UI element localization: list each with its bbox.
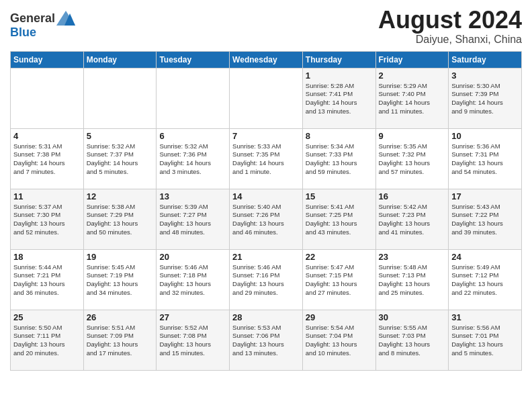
calendar-cell: 26Sunrise: 5:51 AM Sunset: 7:09 PM Dayli… (83, 310, 157, 370)
day-number: 6 (159, 131, 226, 141)
calendar-cell: 7Sunrise: 5:33 AM Sunset: 7:35 PM Daylig… (230, 128, 303, 189)
calendar-cell (157, 68, 230, 128)
calendar-cell: 13Sunrise: 5:39 AM Sunset: 7:27 PM Dayli… (157, 189, 230, 249)
day-number: 18 (13, 252, 81, 262)
calendar-cell: 17Sunrise: 5:43 AM Sunset: 7:22 PM Dayli… (449, 189, 522, 249)
day-number: 15 (306, 191, 373, 201)
day-info: Sunrise: 5:36 AM Sunset: 7:31 PM Dayligh… (451, 142, 519, 177)
location: Daiyue, Shanxi, China (378, 34, 522, 46)
day-number: 31 (451, 312, 519, 322)
calendar-cell: 22Sunrise: 5:47 AM Sunset: 7:15 PM Dayli… (302, 249, 375, 310)
calendar-cell: 4Sunrise: 5:31 AM Sunset: 7:38 PM Daylig… (11, 128, 84, 189)
day-number: 5 (87, 131, 154, 141)
day-number: 24 (451, 252, 519, 262)
calendar-cell: 20Sunrise: 5:46 AM Sunset: 7:18 PM Dayli… (157, 249, 230, 310)
calendar-cell: 16Sunrise: 5:42 AM Sunset: 7:23 PM Dayli… (375, 189, 449, 249)
calendar-cell: 30Sunrise: 5:55 AM Sunset: 7:03 PM Dayli… (375, 310, 449, 370)
weekday-header-saturday: Saturday (449, 51, 522, 68)
day-number: 30 (379, 312, 446, 322)
calendar-cell: 18Sunrise: 5:44 AM Sunset: 7:21 PM Dayli… (11, 249, 84, 310)
day-number: 16 (379, 191, 446, 201)
title-area: August 2024 Daiyue, Shanxi, China (378, 7, 522, 46)
day-info: Sunrise: 5:42 AM Sunset: 7:23 PM Dayligh… (379, 203, 446, 237)
day-info: Sunrise: 5:34 AM Sunset: 7:33 PM Dayligh… (306, 142, 373, 177)
weekday-header-thursday: Thursday (302, 51, 375, 68)
day-info: Sunrise: 5:53 AM Sunset: 7:06 PM Dayligh… (232, 324, 300, 358)
day-number: 28 (232, 312, 300, 322)
calendar-cell (11, 68, 84, 128)
day-number: 21 (232, 252, 300, 262)
day-number: 1 (306, 71, 373, 81)
calendar-cell: 24Sunrise: 5:49 AM Sunset: 7:12 PM Dayli… (449, 249, 522, 310)
logo-blue: Blue (10, 26, 36, 39)
calendar-cell: 27Sunrise: 5:52 AM Sunset: 7:08 PM Dayli… (157, 310, 230, 370)
day-info: Sunrise: 5:55 AM Sunset: 7:03 PM Dayligh… (379, 324, 446, 358)
day-number: 20 (159, 252, 226, 262)
day-info: Sunrise: 5:56 AM Sunset: 7:01 PM Dayligh… (451, 324, 519, 358)
calendar-cell: 23Sunrise: 5:48 AM Sunset: 7:13 PM Dayli… (375, 249, 449, 310)
day-info: Sunrise: 5:49 AM Sunset: 7:12 PM Dayligh… (451, 263, 519, 298)
calendar-cell: 14Sunrise: 5:40 AM Sunset: 7:26 PM Dayli… (230, 189, 303, 249)
calendar-cell: 5Sunrise: 5:32 AM Sunset: 7:37 PM Daylig… (83, 128, 157, 189)
day-number: 4 (13, 131, 81, 141)
day-info: Sunrise: 5:35 AM Sunset: 7:32 PM Dayligh… (379, 142, 446, 177)
day-number: 9 (379, 131, 446, 141)
weekday-header-friday: Friday (375, 51, 449, 68)
calendar-cell: 9Sunrise: 5:35 AM Sunset: 7:32 PM Daylig… (375, 128, 449, 189)
calendar-cell: 6Sunrise: 5:32 AM Sunset: 7:36 PM Daylig… (157, 128, 230, 189)
calendar-cell: 15Sunrise: 5:41 AM Sunset: 7:25 PM Dayli… (302, 189, 375, 249)
calendar-cell (83, 68, 157, 128)
weekday-header-tuesday: Tuesday (157, 51, 230, 68)
weekday-header-sunday: Sunday (11, 51, 84, 68)
day-number: 25 (13, 312, 81, 322)
day-number: 10 (451, 131, 519, 141)
calendar-table: SundayMondayTuesdayWednesdayThursdayFrid… (10, 51, 522, 371)
day-number: 2 (379, 71, 446, 81)
day-info: Sunrise: 5:52 AM Sunset: 7:08 PM Dayligh… (159, 324, 226, 358)
day-info: Sunrise: 5:33 AM Sunset: 7:35 PM Dayligh… (232, 142, 300, 177)
calendar-cell: 2Sunrise: 5:29 AM Sunset: 7:40 PM Daylig… (375, 68, 449, 128)
calendar-cell: 19Sunrise: 5:45 AM Sunset: 7:19 PM Dayli… (83, 249, 157, 310)
logo-icon (56, 11, 75, 26)
day-info: Sunrise: 5:29 AM Sunset: 7:40 PM Dayligh… (379, 82, 446, 116)
day-number: 17 (451, 191, 519, 201)
calendar-cell: 21Sunrise: 5:46 AM Sunset: 7:16 PM Dayli… (230, 249, 303, 310)
day-info: Sunrise: 5:44 AM Sunset: 7:21 PM Dayligh… (13, 263, 81, 298)
day-info: Sunrise: 5:28 AM Sunset: 7:41 PM Dayligh… (306, 82, 373, 116)
day-info: Sunrise: 5:51 AM Sunset: 7:09 PM Dayligh… (87, 324, 154, 358)
day-number: 13 (159, 191, 226, 201)
calendar-cell: 31Sunrise: 5:56 AM Sunset: 7:01 PM Dayli… (449, 310, 522, 370)
day-info: Sunrise: 5:46 AM Sunset: 7:16 PM Dayligh… (232, 263, 300, 298)
day-info: Sunrise: 5:32 AM Sunset: 7:36 PM Dayligh… (159, 142, 226, 177)
day-number: 23 (379, 252, 446, 262)
day-info: Sunrise: 5:40 AM Sunset: 7:26 PM Dayligh… (232, 203, 300, 237)
day-info: Sunrise: 5:46 AM Sunset: 7:18 PM Dayligh… (159, 263, 226, 298)
day-number: 29 (306, 312, 373, 322)
day-info: Sunrise: 5:30 AM Sunset: 7:39 PM Dayligh… (451, 82, 519, 116)
day-info: Sunrise: 5:31 AM Sunset: 7:38 PM Dayligh… (13, 142, 81, 177)
day-info: Sunrise: 5:43 AM Sunset: 7:22 PM Dayligh… (451, 203, 519, 237)
day-info: Sunrise: 5:32 AM Sunset: 7:37 PM Dayligh… (87, 142, 154, 177)
header: General Blue August 2024 Daiyue, Shanxi,… (10, 7, 522, 46)
calendar-cell: 3Sunrise: 5:30 AM Sunset: 7:39 PM Daylig… (449, 68, 522, 128)
calendar-cell: 8Sunrise: 5:34 AM Sunset: 7:33 PM Daylig… (302, 128, 375, 189)
day-number: 3 (451, 71, 519, 81)
calendar-cell: 10Sunrise: 5:36 AM Sunset: 7:31 PM Dayli… (449, 128, 522, 189)
day-number: 27 (159, 312, 226, 322)
weekday-header-monday: Monday (83, 51, 157, 68)
day-number: 7 (232, 131, 300, 141)
day-number: 12 (87, 191, 154, 201)
logo-general: General (10, 11, 55, 26)
day-info: Sunrise: 5:47 AM Sunset: 7:15 PM Dayligh… (306, 263, 373, 298)
calendar-cell: 11Sunrise: 5:37 AM Sunset: 7:30 PM Dayli… (11, 189, 84, 249)
calendar-cell: 29Sunrise: 5:54 AM Sunset: 7:04 PM Dayli… (302, 310, 375, 370)
day-info: Sunrise: 5:39 AM Sunset: 7:27 PM Dayligh… (159, 203, 226, 237)
day-number: 19 (87, 252, 154, 262)
calendar-cell: 25Sunrise: 5:50 AM Sunset: 7:11 PM Dayli… (11, 310, 84, 370)
day-info: Sunrise: 5:45 AM Sunset: 7:19 PM Dayligh… (87, 263, 154, 298)
day-number: 8 (306, 131, 373, 141)
day-info: Sunrise: 5:41 AM Sunset: 7:25 PM Dayligh… (306, 203, 373, 237)
calendar-cell: 12Sunrise: 5:38 AM Sunset: 7:29 PM Dayli… (83, 189, 157, 249)
weekday-header-wednesday: Wednesday (230, 51, 303, 68)
calendar-cell: 1Sunrise: 5:28 AM Sunset: 7:41 PM Daylig… (302, 68, 375, 128)
